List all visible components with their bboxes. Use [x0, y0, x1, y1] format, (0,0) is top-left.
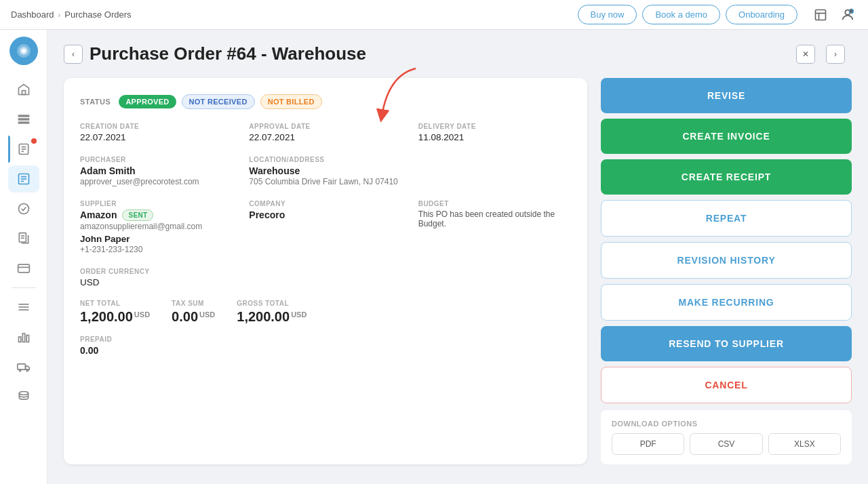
notifications-icon[interactable]: [811, 5, 830, 24]
company-field: COMPANY Precoro: [249, 200, 401, 254]
sidebar: [0, 30, 47, 484]
gross-field: GROSS TOTAL 1,200.00USD: [237, 300, 307, 325]
breadcrumb-dashboard[interactable]: Dashboard: [11, 9, 54, 20]
download-pdf-button[interactable]: PDF: [612, 433, 684, 455]
badge-not-billed: NOT BILLED: [260, 94, 322, 109]
download-buttons-row: PDF CSV XLSX: [612, 433, 841, 455]
svg-rect-30: [18, 337, 20, 342]
location-label: LOCATION/ADDRESS: [249, 156, 401, 163]
net-total-value-row: 1,200.00USD: [80, 309, 150, 325]
badge-not-received: NOT RECEIVED: [182, 94, 255, 109]
buy-now-button[interactable]: Buy now: [578, 5, 637, 24]
creation-date-value: 22.07.2021: [80, 132, 233, 142]
location-address: 705 Columbia Drive Fair Lawn, NJ 07410: [249, 177, 401, 186]
sidebar-item-analytics[interactable]: [8, 323, 39, 350]
sidebar-item-truck[interactable]: [8, 353, 39, 380]
supplier-name: Amazon: [80, 209, 117, 220]
download-label: DOWNLOAD OPTIONS: [612, 420, 841, 428]
book-demo-button[interactable]: Book a demo: [642, 5, 720, 24]
net-total-currency: USD: [134, 310, 150, 319]
gross-currency: USD: [291, 310, 307, 319]
sidebar-item-purchase-orders[interactable]: [8, 165, 39, 193]
supplier-contact: John Paper: [80, 234, 233, 244]
logo[interactable]: [9, 37, 38, 65]
tax-currency: USD: [199, 310, 215, 319]
sidebar-item-database[interactable]: [8, 383, 39, 410]
page-title: Purchase Order #64 - Warehouse: [90, 43, 796, 64]
top-nav: Dashboard › Purchase Orders Buy now Book…: [0, 0, 868, 30]
supplier-row: SUPPLIER Amazon SENT amazonsupplieremail…: [80, 200, 571, 254]
prepaid-value: 0.00: [80, 345, 571, 356]
net-total-value: 1,200.00: [80, 309, 133, 324]
budget-field: BUDGET This PO has been created outside …: [418, 200, 571, 254]
breadcrumb-sep1: ›: [58, 11, 61, 19]
nav-icons: +: [811, 5, 857, 24]
supplier-sent-badge: SENT: [122, 209, 153, 221]
purchaser-row: PURCHASER Adam Smith approver_user@preco…: [80, 156, 571, 186]
sidebar-item-orders[interactable]: [8, 136, 39, 163]
resend-button[interactable]: RESEND TO SUPPLIER: [601, 326, 852, 361]
prepaid-label: PREPAID: [80, 336, 571, 343]
creation-date-label: CREATION DATE: [80, 123, 233, 130]
supplier-name-row: Amazon SENT: [80, 209, 233, 221]
svg-rect-10: [18, 115, 28, 117]
prev-page-button[interactable]: ‹: [64, 45, 83, 64]
content-area: STATUS APPROVED NOT RECEIVED NOT BILLED …: [64, 78, 852, 464]
breadcrumb: Dashboard › Purchase Orders: [11, 9, 570, 20]
create-receipt-button[interactable]: CREATE RECEIPT: [601, 159, 852, 195]
close-page-button[interactable]: ✕: [796, 45, 815, 64]
svg-rect-31: [22, 334, 24, 342]
tax-value-row: 0.00USD: [172, 309, 215, 325]
sidebar-item-hamburger[interactable]: [8, 294, 39, 321]
supplier-email: amazonsupplieremail@gmail.com: [80, 222, 233, 231]
sidebar-item-invoices[interactable]: [8, 225, 39, 252]
action-panel: REVISE CREATE INVOICE CREATE RECEIPT REP…: [601, 78, 852, 464]
purchaser-label: PURCHASER: [80, 156, 233, 163]
sidebar-item-home[interactable]: [8, 76, 39, 103]
make-recurring-button[interactable]: MAKE RECURRING: [601, 284, 852, 321]
gross-value: 1,200.00: [237, 309, 290, 324]
net-total-label: NET TOTAL: [80, 300, 150, 307]
svg-rect-32: [26, 336, 28, 342]
location-field: LOCATION/ADDRESS Warehouse 705 Columbia …: [249, 156, 401, 186]
user-icon[interactable]: +: [838, 5, 857, 24]
svg-point-35: [26, 369, 28, 371]
budget-text: This PO has been created outside the Bud…: [418, 209, 571, 228]
repeat-button[interactable]: REPEAT: [601, 200, 852, 237]
sidebar-item-list[interactable]: [8, 106, 39, 133]
currency-value: USD: [80, 277, 571, 287]
tax-label: TAX SUM: [172, 300, 215, 307]
svg-point-21: [18, 204, 28, 214]
spacer-field: [418, 156, 571, 186]
download-csv-button[interactable]: CSV: [690, 433, 762, 455]
supplier-label: SUPPLIER: [80, 200, 233, 207]
svg-point-34: [19, 369, 21, 371]
onboarding-button[interactable]: Onboarding: [726, 5, 797, 24]
svg-rect-22: [19, 233, 26, 242]
sidebar-item-card[interactable]: [8, 255, 39, 282]
currency-field: ORDER CURRENCY USD: [80, 268, 571, 287]
sidebar-divider: [12, 287, 36, 288]
create-invoice-button[interactable]: CREATE INVOICE: [601, 119, 852, 154]
gross-value-row: 1,200.00USD: [237, 309, 307, 325]
delivery-date-field: DELIVERY DATE 11.08.2021: [418, 123, 571, 142]
next-page-button[interactable]: ›: [826, 45, 845, 64]
location-name: Warehouse: [249, 165, 401, 176]
sidebar-item-check[interactable]: [8, 195, 39, 222]
company-name: Precoro: [249, 209, 401, 220]
breadcrumb-purchase-orders[interactable]: Purchase Orders: [64, 9, 131, 20]
delivery-date-value: 11.08.2021: [418, 132, 571, 142]
download-xlsx-button[interactable]: XLSX: [768, 433, 841, 455]
revise-button[interactable]: REVISE: [601, 78, 852, 113]
cancel-button[interactable]: CANCEL: [601, 367, 852, 403]
tax-field: TAX SUM 0.00USD: [172, 300, 215, 325]
approval-date-label: APPROVAL DATE: [249, 123, 401, 130]
svg-rect-9: [22, 91, 25, 95]
dates-grid: CREATION DATE 22.07.2021 APPROVAL DATE 2…: [80, 123, 571, 142]
purchaser-email: approver_user@precorotest.com: [80, 177, 233, 186]
svg-rect-11: [18, 119, 28, 120]
revision-history-button[interactable]: REVISION HISTORY: [601, 242, 852, 279]
status-label: STATUS: [80, 98, 111, 106]
svg-rect-25: [18, 264, 29, 273]
purchaser-field: PURCHASER Adam Smith approver_user@preco…: [80, 156, 233, 186]
